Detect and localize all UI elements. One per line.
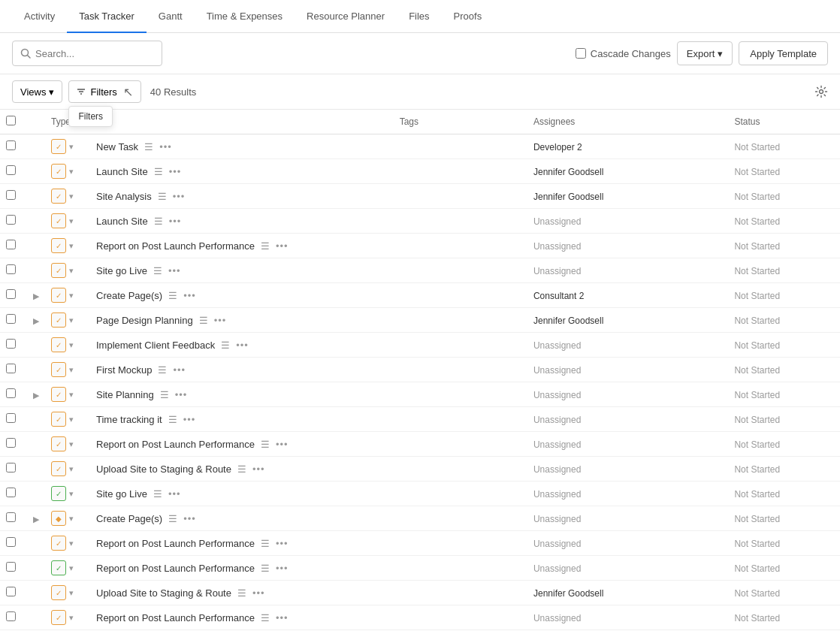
expand-arrow[interactable]: ▶: [33, 391, 39, 400]
row-checkbox[interactable]: [6, 438, 16, 448]
tab-time-expenses[interactable]: Time & Expenses: [195, 0, 295, 33]
row-chevron-icon[interactable]: ▾: [69, 539, 74, 548]
more-options-icon[interactable]: •••: [276, 612, 289, 623]
row-checkbox[interactable]: [6, 264, 16, 274]
doc-icon[interactable]: ☰: [237, 463, 246, 475]
row-chevron-icon[interactable]: ▾: [69, 167, 74, 177]
row-checkbox[interactable]: [6, 512, 16, 522]
more-options-icon[interactable]: •••: [169, 166, 182, 177]
row-chevron-icon[interactable]: ▾: [69, 489, 74, 499]
row-chevron-icon[interactable]: ▾: [69, 390, 74, 400]
doc-icon[interactable]: ☰: [153, 265, 162, 276]
doc-icon[interactable]: ☰: [158, 364, 167, 376]
more-options-icon[interactable]: •••: [183, 290, 196, 301]
more-options-icon[interactable]: •••: [183, 414, 196, 425]
more-options-icon[interactable]: •••: [276, 240, 289, 252]
row-checkbox[interactable]: [6, 215, 16, 225]
doc-icon[interactable]: ☰: [261, 439, 270, 450]
more-options-icon[interactable]: •••: [168, 265, 181, 276]
doc-icon[interactable]: ☰: [237, 587, 246, 599]
row-checkbox[interactable]: [6, 190, 16, 200]
apply-template-button[interactable]: Apply Template: [739, 41, 828, 65]
more-options-icon[interactable]: •••: [173, 364, 186, 376]
row-chevron-icon[interactable]: ▾: [69, 241, 74, 251]
row-checkbox[interactable]: [6, 314, 16, 324]
row-chevron-icon[interactable]: ▾: [69, 365, 74, 375]
col-header-assignees[interactable]: Assignees: [527, 110, 728, 134]
tab-resource-planner[interactable]: Resource Planner: [295, 0, 397, 33]
doc-icon[interactable]: ☰: [261, 612, 270, 623]
row-checkbox[interactable]: [6, 240, 16, 249]
row-chevron-icon[interactable]: ▾: [69, 588, 74, 598]
row-chevron-icon[interactable]: ▾: [69, 142, 74, 152]
tab-gantt[interactable]: Gantt: [147, 0, 195, 33]
doc-icon[interactable]: ☰: [153, 488, 162, 500]
row-checkbox[interactable]: [6, 413, 16, 423]
row-chevron-icon[interactable]: ▾: [69, 439, 74, 449]
more-options-icon[interactable]: •••: [175, 389, 188, 400]
more-options-icon[interactable]: •••: [159, 141, 172, 152]
views-button[interactable]: Views ▾: [12, 80, 62, 103]
more-options-icon[interactable]: •••: [276, 563, 289, 574]
row-chevron-icon[interactable]: ▾: [69, 216, 74, 226]
col-header-title[interactable]: Title: [90, 110, 394, 134]
doc-icon[interactable]: ☰: [261, 538, 270, 549]
tab-activity[interactable]: Activity: [12, 0, 67, 33]
doc-icon[interactable]: ☰: [168, 414, 177, 425]
row-checkbox[interactable]: [6, 289, 16, 299]
doc-icon[interactable]: ☰: [261, 563, 270, 574]
row-checkbox[interactable]: [6, 562, 16, 572]
doc-icon[interactable]: ☰: [158, 191, 167, 202]
expand-arrow[interactable]: ▶: [33, 316, 39, 325]
doc-icon[interactable]: ☰: [160, 389, 169, 400]
row-checkbox[interactable]: [6, 587, 16, 596]
doc-icon[interactable]: ☰: [168, 290, 177, 301]
row-chevron-icon[interactable]: ▾: [69, 291, 74, 300]
more-options-icon[interactable]: •••: [214, 315, 227, 326]
more-options-icon[interactable]: •••: [276, 439, 289, 450]
col-header-status[interactable]: Status: [728, 110, 840, 134]
filters-button[interactable]: Filters ↖: [68, 80, 141, 103]
row-chevron-icon[interactable]: ▾: [69, 613, 74, 623]
doc-icon[interactable]: ☰: [261, 240, 270, 252]
gear-icon[interactable]: [814, 85, 828, 98]
row-checkbox[interactable]: [6, 537, 16, 547]
row-chevron-icon[interactable]: ▾: [69, 316, 74, 325]
row-chevron-icon[interactable]: ▾: [69, 340, 74, 350]
col-header-tags[interactable]: Tags: [394, 110, 527, 134]
doc-icon[interactable]: ☰: [168, 513, 177, 524]
row-checkbox[interactable]: [6, 611, 16, 621]
tab-proofs[interactable]: Proofs: [442, 0, 494, 33]
row-checkbox[interactable]: [6, 463, 16, 472]
row-chevron-icon[interactable]: ▾: [69, 464, 74, 474]
expand-arrow[interactable]: ▶: [33, 291, 39, 300]
row-chevron-icon[interactable]: ▾: [69, 563, 74, 573]
more-options-icon[interactable]: •••: [168, 488, 181, 500]
tab-files[interactable]: Files: [397, 0, 441, 33]
row-chevron-icon[interactable]: ▾: [69, 192, 74, 201]
more-options-icon[interactable]: •••: [169, 216, 182, 227]
doc-icon[interactable]: ☰: [144, 141, 153, 152]
search-input[interactable]: [35, 48, 154, 59]
more-options-icon[interactable]: •••: [252, 587, 265, 599]
row-checkbox[interactable]: [6, 140, 16, 150]
row-chevron-icon[interactable]: ▾: [69, 415, 74, 424]
more-options-icon[interactable]: •••: [236, 340, 249, 351]
more-options-icon[interactable]: •••: [173, 191, 186, 202]
more-options-icon[interactable]: •••: [252, 463, 265, 475]
tab-task-tracker[interactable]: Task Tracker: [67, 0, 147, 33]
more-options-icon[interactable]: •••: [183, 513, 196, 524]
doc-icon[interactable]: ☰: [154, 216, 163, 227]
row-chevron-icon[interactable]: ▾: [69, 514, 74, 524]
row-checkbox[interactable]: [6, 388, 16, 398]
doc-icon[interactable]: ☰: [154, 166, 163, 177]
export-button[interactable]: Export ▾: [677, 41, 733, 65]
doc-icon[interactable]: ☰: [199, 315, 208, 326]
row-checkbox[interactable]: [6, 488, 16, 497]
more-options-icon[interactable]: •••: [276, 538, 289, 549]
cascade-changes-checkbox[interactable]: [576, 48, 586, 59]
select-all-checkbox[interactable]: [6, 116, 16, 125]
row-checkbox[interactable]: [6, 165, 16, 175]
doc-icon[interactable]: ☰: [221, 340, 230, 351]
row-chevron-icon[interactable]: ▾: [69, 266, 74, 276]
